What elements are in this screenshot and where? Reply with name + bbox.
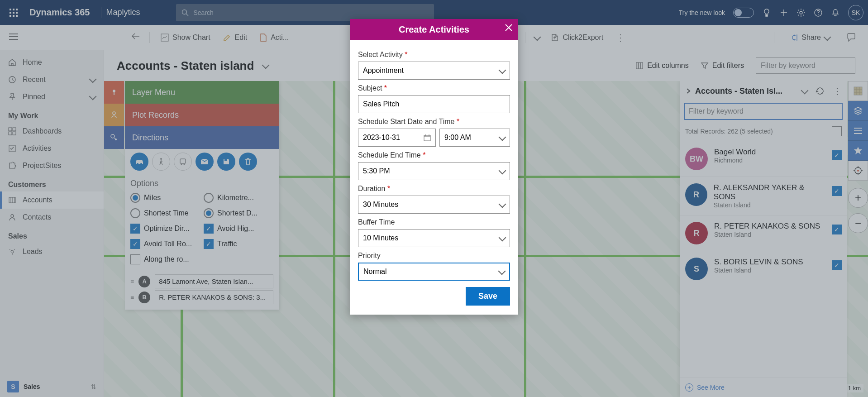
buffer-select[interactable]: 10 Minutes xyxy=(358,229,510,247)
end-time-select[interactable]: 5:30 PM xyxy=(358,162,510,180)
modal-overlay: Create Activities Select Activity * Appo… xyxy=(0,0,868,397)
activity-select[interactable]: Appointment xyxy=(358,62,510,80)
start-date-input[interactable]: 2023-10-31 xyxy=(358,129,436,147)
chevron-down-icon xyxy=(499,268,505,276)
duration-select[interactable]: 30 Minutes xyxy=(358,196,510,214)
svg-rect-41 xyxy=(424,135,430,141)
label-buffer: Buffer Time xyxy=(358,218,510,226)
create-activities-modal: Create Activities Select Activity * Appo… xyxy=(350,19,518,315)
label-subject: Subject * xyxy=(358,84,510,92)
start-time-select[interactable]: 9:00 AM xyxy=(439,129,510,147)
label-priority: Priority xyxy=(358,252,510,260)
close-icon[interactable] xyxy=(505,24,513,34)
chevron-down-icon xyxy=(500,201,505,209)
label-activity: Select Activity * xyxy=(358,51,510,59)
label-start: Schedule Start Date and Time * xyxy=(358,118,510,126)
label-duration: Duration * xyxy=(358,185,510,193)
chevron-down-icon xyxy=(500,167,505,175)
save-button[interactable]: Save xyxy=(466,287,510,306)
chevron-down-icon xyxy=(500,134,505,142)
modal-header: Create Activities xyxy=(350,19,518,40)
calendar-icon xyxy=(424,134,431,141)
label-end: Schedule End Time * xyxy=(358,151,510,159)
chevron-down-icon xyxy=(500,67,505,75)
subject-input[interactable] xyxy=(358,95,510,113)
chevron-down-icon xyxy=(500,234,505,242)
modal-title: Create Activities xyxy=(399,24,469,35)
priority-select[interactable]: Normal xyxy=(358,263,510,281)
